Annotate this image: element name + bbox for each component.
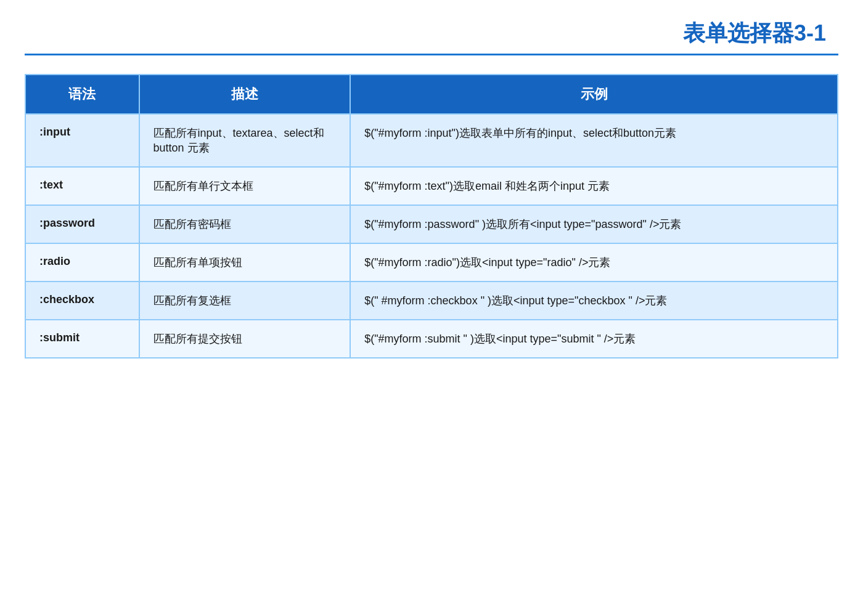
table-row: :submit匹配所有提交按钮$("#myform :submit " )选取<…	[25, 320, 838, 358]
cell-example: $("#myform :input")选取表单中所有的input、select和…	[350, 114, 838, 167]
table-row: :checkbox匹配所有复选框$(" #myform :checkbox " …	[25, 282, 838, 320]
cell-desc: 匹配所有密码框	[139, 205, 351, 243]
table-row: :text匹配所有单行文本框$("#myform :text")选取email …	[25, 167, 838, 205]
cell-example: $("#myform :text")选取email 和姓名两个input 元素	[350, 167, 838, 205]
cell-syntax: :password	[25, 205, 139, 243]
page-title: 表单选择器3-1	[683, 18, 838, 49]
cell-example: $("#myform :password" )选取所有<input type="…	[350, 205, 838, 243]
table-row: :password匹配所有密码框$("#myform :password" )选…	[25, 205, 838, 243]
cell-desc: 匹配所有提交按钮	[139, 320, 351, 358]
header-syntax: 语法	[25, 75, 139, 114]
cell-syntax: :input	[25, 114, 139, 167]
table-row: :input匹配所有input、textarea、select和button 元…	[25, 114, 838, 167]
title-divider	[25, 54, 838, 55]
cell-example: $("#myform :radio")选取<input type="radio"…	[350, 243, 838, 282]
cell-desc: 匹配所有单项按钮	[139, 243, 351, 282]
form-selector-table: 语法 描述 示例 :input匹配所有input、textarea、select…	[25, 74, 838, 359]
cell-syntax: :submit	[25, 320, 139, 358]
cell-example: $("#myform :submit " )选取<input type="sub…	[350, 320, 838, 358]
table-header-row: 语法 描述 示例	[25, 75, 838, 114]
cell-desc: 匹配所有单行文本框	[139, 167, 351, 205]
cell-syntax: :radio	[25, 243, 139, 282]
cell-desc: 匹配所有复选框	[139, 282, 351, 320]
table-row: :radio匹配所有单项按钮$("#myform :radio")选取<inpu…	[25, 243, 838, 282]
cell-syntax: :checkbox	[25, 282, 139, 320]
header-desc: 描述	[139, 75, 351, 114]
header-example: 示例	[350, 75, 838, 114]
cell-syntax: :text	[25, 167, 139, 205]
cell-example: $(" #myform :checkbox " )选取<input type="…	[350, 282, 838, 320]
cell-desc: 匹配所有input、textarea、select和button 元素	[139, 114, 351, 167]
